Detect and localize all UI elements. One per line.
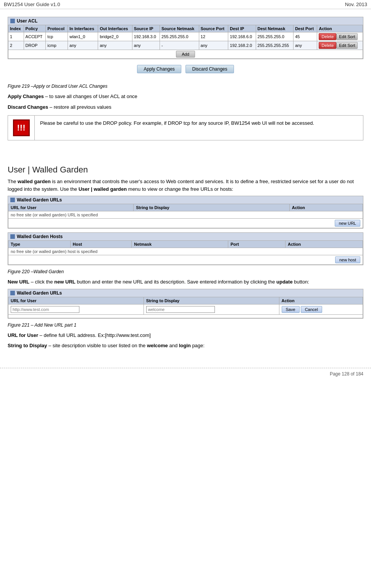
page-header: BW1254 User Guide v1.0 Nov. 2013 xyxy=(0,0,371,9)
new-host-button[interactable]: new host xyxy=(335,256,360,263)
wg-urls-title-bar: Walled Garden URLs xyxy=(8,196,363,204)
acl-title-bar: User ACL xyxy=(8,17,363,25)
wg-urls-no-site-text: no free site (or walled garden) URL is s… xyxy=(8,211,363,219)
wg-form-url-cell xyxy=(8,304,144,314)
add-rule-button[interactable]: Add xyxy=(176,51,195,58)
wg-form-col-action: Action xyxy=(279,297,363,304)
figure220-caption: Figure 220 –Walled Garden xyxy=(8,269,363,274)
string-welcome-bold: welcome xyxy=(147,343,168,348)
acl-table-header-row: Index Policy Protocol In Interfaces Out … xyxy=(8,25,363,32)
string-to-display-desc-paragraph: String to Display – site description vis… xyxy=(8,342,363,350)
cancel-url-button[interactable]: Cancel xyxy=(301,306,322,313)
wg-intro-text3: menu to view or change the free URLs or … xyxy=(127,186,233,192)
new-url-bold-btn: new URL xyxy=(54,279,76,285)
doc-date: Nov. 2013 xyxy=(345,2,367,7)
wg-host-col-netmask: Netmask xyxy=(132,241,228,248)
main-content: User ACL Index Policy Protocol In Interf… xyxy=(0,13,371,356)
discard-changes-button[interactable]: Discard Changes xyxy=(186,65,234,73)
warning-icon-col: !!! xyxy=(8,116,35,140)
wg-hosts-title-bar: Walled Garden Hosts xyxy=(8,233,363,240)
wg-form-col-display: String to Display xyxy=(144,297,279,304)
wg-form-display-cell xyxy=(144,304,279,314)
wg-form-header-row: URL for User String to Display Action xyxy=(8,297,363,304)
url-for-user-bold: URL for User xyxy=(8,332,38,338)
wg-form-col-url: URL for User xyxy=(8,297,144,304)
wg-form-action-cell: Save Cancel xyxy=(279,304,363,314)
wg-host-col-type: Type xyxy=(8,241,71,248)
string-to-display-desc-text: – site description visible to user liste… xyxy=(47,343,147,348)
page-footer: Page 128 of 184 xyxy=(0,368,371,380)
doc-title: BW1254 User Guide v1.0 xyxy=(4,2,60,7)
acl-title-label: User ACL xyxy=(17,18,37,24)
warning-box: !!! Please be careful to use the DROP po… xyxy=(8,115,363,140)
apply-desc-bold: Apply Changes xyxy=(8,93,44,99)
edit-sort-button[interactable]: Edit Sort xyxy=(336,33,358,40)
col-in-interfaces: In Interfaces xyxy=(68,25,98,32)
wg-urls-header-row: URL for User String to Display Action xyxy=(8,204,363,211)
col-dest-port: Dest Port xyxy=(294,25,317,32)
url-for-user-desc-text: – define full URL address. Ex:[http://ww… xyxy=(38,332,151,338)
delete-rule-button[interactable]: Delete xyxy=(319,42,336,49)
wg-url-col-action: Action xyxy=(289,204,363,211)
wg-urls-no-site-row: no free site (or walled garden) URL is s… xyxy=(8,211,363,219)
string-to-display-input[interactable] xyxy=(146,306,215,313)
wg-urls-btn-cell: new URL xyxy=(8,219,363,228)
walled-garden-heading: User | Walled Garden xyxy=(8,165,363,175)
wg-form-section: Walled Garden URLs URL for User String t… xyxy=(8,289,363,319)
wg-urls-icon xyxy=(10,198,15,202)
wg-form-title: Walled Garden URLs xyxy=(17,290,62,296)
acl-action-cell: DeleteEdit Sort xyxy=(317,41,363,50)
wg-host-col-host: Host xyxy=(70,241,132,248)
col-out-interfaces: Out Interfaces xyxy=(98,25,132,32)
col-dest-ip: Dest IP xyxy=(228,25,256,32)
discard-description: Discard Changes – restore all previous v… xyxy=(8,103,363,111)
apply-changes-button[interactable]: Apply Changes xyxy=(137,65,181,73)
new-url-paragraph: New URL – click the new URL button and e… xyxy=(8,278,363,286)
col-source-ip: Source IP xyxy=(132,25,160,32)
wg-hosts-icon xyxy=(10,234,15,239)
wg-url-col-url: URL for User xyxy=(8,204,134,211)
wg-urls-btn-row: new URL xyxy=(8,219,363,228)
figure219-caption: Figure 219 –Apply or Discard User ACL Ch… xyxy=(8,84,363,89)
string-login-bold: login xyxy=(179,343,191,348)
string-page-text: page: xyxy=(191,343,205,348)
string-and-text: and xyxy=(168,343,179,348)
new-url-desc3: button: xyxy=(293,279,309,285)
wg-form-input-row: Save Cancel xyxy=(8,304,363,314)
col-index: Index xyxy=(8,25,24,32)
acl-table-row: 1ACCEPTtcpwlan1_0bridge2_0192.168.3.0255… xyxy=(8,32,363,41)
wg-form-icon xyxy=(10,291,15,295)
wg-bold2: User | walled garden xyxy=(79,186,127,192)
new-url-desc-rest: – click the xyxy=(29,279,54,285)
acl-section: User ACL Index Policy Protocol In Interf… xyxy=(8,17,363,59)
acl-action-cell: DeleteEdit Sort xyxy=(317,32,363,41)
col-dest-netmask: Dest Netmask xyxy=(256,25,294,32)
save-url-button[interactable]: Save xyxy=(282,306,300,313)
apply-desc-text: – to save all changes of User ACL at onc… xyxy=(44,93,137,99)
warning-icon: !!! xyxy=(13,119,30,136)
col-policy: Policy xyxy=(24,25,46,32)
col-source-port: Source Port xyxy=(199,25,228,32)
wg-urls-section: Walled Garden URLs URL for User String t… xyxy=(8,196,363,229)
wg-intro-paragraph: The walled garden is an environment that… xyxy=(8,178,363,193)
new-url-update-bold: update xyxy=(276,279,293,285)
new-url-button[interactable]: new URL xyxy=(335,220,360,227)
wg-host-col-action: Action xyxy=(286,241,363,248)
figure221-caption: Figure 221 – Add New URL part 1 xyxy=(8,322,363,328)
new-url-bold-label: New URL xyxy=(8,279,29,285)
wg-url-col-display: String to Display xyxy=(134,204,290,211)
url-for-user-input[interactable] xyxy=(11,306,79,313)
col-source-netmask: Source Netmask xyxy=(160,25,199,32)
wg-intro-text1: The xyxy=(8,179,18,184)
delete-rule-button[interactable]: Delete xyxy=(319,33,336,40)
wg-hosts-btn-row: new host xyxy=(8,255,363,265)
discard-desc-text: – restore all previous values xyxy=(48,104,111,110)
discard-desc-bold: Discard Changes xyxy=(8,104,48,110)
acl-table-row: 2DROPicmpanyanyany-any192.168.2.0255.255… xyxy=(8,41,363,50)
apply-description: Apply Changes – to save all changes of U… xyxy=(8,93,363,100)
wg-form-table: URL for User String to Display Action Sa… xyxy=(8,297,363,318)
edit-sort-button[interactable]: Edit Sort xyxy=(336,42,358,49)
wg-hosts-title: Walled Garden Hosts xyxy=(17,234,63,239)
col-action: Action xyxy=(317,25,363,32)
url-for-user-desc-paragraph: URL for User – define full URL address. … xyxy=(8,332,363,339)
